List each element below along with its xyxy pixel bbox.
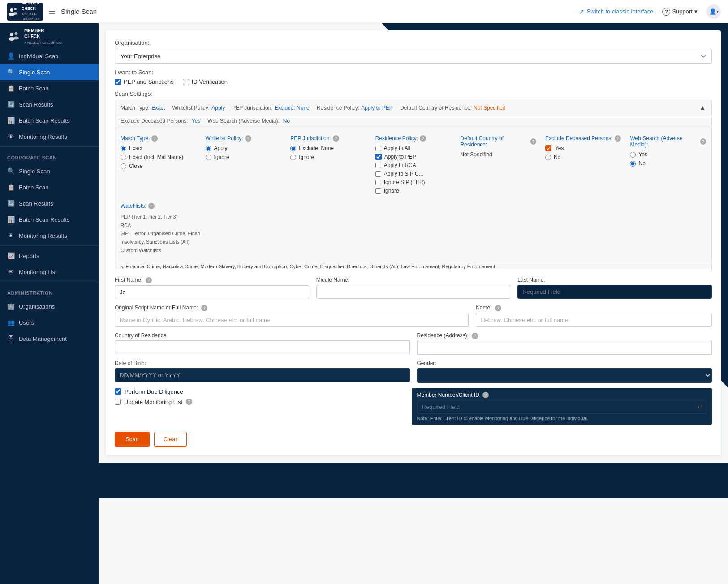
web-yes[interactable]: Yes [630,151,706,158]
clear-button[interactable]: Clear [154,432,187,447]
match-type-exact[interactable]: Exact [121,145,197,151]
watchlists-col-title: Watchlists: ? [121,203,706,209]
address-input[interactable] [417,341,712,355]
due-diligence-row: Perform Due Diligence Update Monitoring … [115,388,712,425]
sidebar-item-monitoring-list[interactable]: 👁 Monitoring List [0,264,99,280]
original-script-input[interactable] [115,313,469,327]
member-help-icon[interactable]: ? [482,392,489,398]
collapse-settings-button[interactable]: ▲ [699,104,706,112]
sidebar-item-users[interactable]: 👥 Users [0,314,99,331]
user-menu-button[interactable]: 👤 ▾ [706,4,721,19]
pep-jurisdiction-col: PEP Jurisdiction: ? Exclude: None Ignore [290,135,366,194]
exclude-deceased-help-icon[interactable]: ? [615,135,621,142]
first-name-help-icon[interactable]: ? [146,277,152,283]
deceased-no[interactable]: No [545,154,621,160]
member-number-group: Member Number/Client ID: ? ⇄ Note: Enter… [412,388,712,425]
address-help-icon[interactable]: ? [472,333,478,339]
id-verification-checkbox[interactable] [183,79,189,85]
sidebar-item-organisations[interactable]: 🏢 Organisations [0,298,99,314]
sidebar-item-data-management[interactable]: 🗄 Data Management [0,331,99,347]
building-icon: 🏢 [7,303,14,310]
scan-settings-bar: Match Type: Exact Whitelist Policy: Appl… [115,100,712,116]
res-apply-sip[interactable]: Apply to SIP C... [375,171,452,177]
hamburger-icon[interactable]: ☰ [48,7,56,17]
member-number-label: Member Number/Client ID: ? [417,392,707,398]
scan-button[interactable]: Scan [115,432,150,447]
switch-classic-button[interactable]: ↗ Switch to classic interface [579,8,654,15]
original-script-help-icon[interactable]: ? [201,305,207,311]
sidebar-item-corp-monitoring[interactable]: 👁 Monitoring Results [0,228,99,244]
sidebar-item-monitoring-results[interactable]: 👁 Monitoring Results [0,129,99,145]
update-monitoring-checkbox[interactable] [115,399,121,405]
pep-ignore[interactable]: Ignore [290,154,366,160]
deceased-yes[interactable]: Yes [545,145,621,151]
match-type-help-icon[interactable]: ? [151,135,158,142]
app-wrapper: MEMBERCHECKA NELLER GROUP CO. ☰ Single S… [0,0,728,584]
sidebar-item-corp-batch-scan[interactable]: 📋 Batch Scan [0,179,99,195]
country-input[interactable] [115,340,410,354]
match-type-exact-mid[interactable]: Exact (Incl. Mid Name) [121,154,197,160]
svg-point-4 [10,33,13,36]
residence-policy-col: Residence Policy: ? Apply to All Apply t… [375,135,452,194]
res-ignore-sip-ter[interactable]: Ignore SIP (TER) [375,179,452,185]
watchlists-help-icon[interactable]: ? [148,203,155,209]
pep-sanctions-checkbox[interactable] [115,79,121,85]
organisation-select[interactable]: Your Enterprise [115,49,712,64]
match-type-close[interactable]: Close [121,163,197,169]
perform-dd-checkbox[interactable] [115,388,121,395]
residence-policy-help-icon[interactable]: ? [420,135,426,142]
middle-name-group: Middle Name: [316,277,511,299]
middle-name-input[interactable] [316,285,511,299]
sidebar-item-single-scan[interactable]: 🔍 Single Scan [0,64,99,80]
id-verification-checkbox-label[interactable]: ID Verification [183,78,228,85]
top-bar-left: MEMBERCHECKA NELLER GROUP CO. ☰ Single S… [7,3,97,21]
exclude-deceased-col: Exclude Deceased Persons: ? Yes [545,135,621,194]
pep-jurisdiction-help-icon[interactable]: ? [333,135,339,142]
web-search-help-icon[interactable]: ? [700,138,706,145]
res-apply-rca[interactable]: Apply to RCA [375,162,452,168]
match-type-col: Match Type: ? Exact Exact (Incl. Mid Nam… [121,135,197,194]
member-number-input[interactable] [417,400,707,414]
scan-form: Organisation: Your Enterprise I want to … [106,30,721,455]
dob-input[interactable] [115,368,410,382]
res-ignore[interactable]: Ignore [375,188,452,194]
res-apply-pep[interactable]: Apply to PEP [375,154,452,160]
name-input[interactable] [476,313,712,327]
pep-exclude-none[interactable]: Exclude: None [290,145,366,151]
whitelist-help-icon[interactable]: ? [245,135,251,142]
sidebar-item-corp-single-scan[interactable]: 🔍 Single Scan [0,163,99,179]
settings-expanded-panel: Match Type: ? Exact Exact (Incl. Mid Nam… [115,128,712,262]
residence-checkboxes: Apply to All Apply to PEP Apply to RCA A… [375,145,452,194]
default-country-help-icon[interactable]: ? [530,138,536,145]
exclude-deceased-pair: Exclude Deceased Persons: Yes [121,118,200,124]
sidebar-item-corp-scan-results[interactable]: 🔄 Scan Results [0,195,99,211]
sidebar-item-individual-scan[interactable]: 👤 Individual Scan [0,48,99,64]
shuffle-icon[interactable]: ⇄ [698,403,703,410]
whitelist-policy-col: Whitelist Policy: ? Apply Ignore [206,135,282,194]
sidebar-item-scan-results[interactable]: 🔄 Scan Results [0,96,99,112]
gender-select[interactable]: Male Female [417,368,712,383]
first-name-input[interactable] [115,285,309,299]
whitelist-value: Apply [211,105,225,111]
sidebar-item-batch-scan[interactable]: 📋 Batch Scan [0,80,99,96]
sidebar-divider-2 [0,245,99,246]
web-no[interactable]: No [630,160,706,167]
sidebar-item-batch-scan-results[interactable]: 📊 Batch Scan Results [0,112,99,129]
update-monitoring-help-icon[interactable]: ? [186,399,192,405]
support-button[interactable]: ? Support ▾ [662,8,698,16]
top-bar-right: ↗ Switch to classic interface ? Support … [579,4,721,19]
pep-sanctions-checkbox-label[interactable]: PEP and Sanctions [115,78,174,85]
sidebar-divider-3 [0,282,99,282]
sidebar-item-corp-batch-results[interactable]: 📊 Batch Scan Results [0,211,99,228]
original-script-label: Original Script Name or Full Name: ? [115,305,469,311]
svg-point-7 [13,36,19,39]
whitelist-ignore[interactable]: Ignore [206,154,282,160]
match-type-pair: Match Type: Exact [121,105,165,111]
last-name-input[interactable] [517,285,712,299]
sidebar-item-reports[interactable]: 📈 Reports [0,248,99,264]
web-search-col: Web Search (Adverse Media): ? Yes No [630,135,706,194]
whitelist-apply[interactable]: Apply [206,145,282,151]
name-help-icon[interactable]: ? [495,305,501,311]
web-search-col-title: Web Search (Adverse Media): ? [630,135,706,148]
res-apply-all[interactable]: Apply to All [375,145,452,151]
